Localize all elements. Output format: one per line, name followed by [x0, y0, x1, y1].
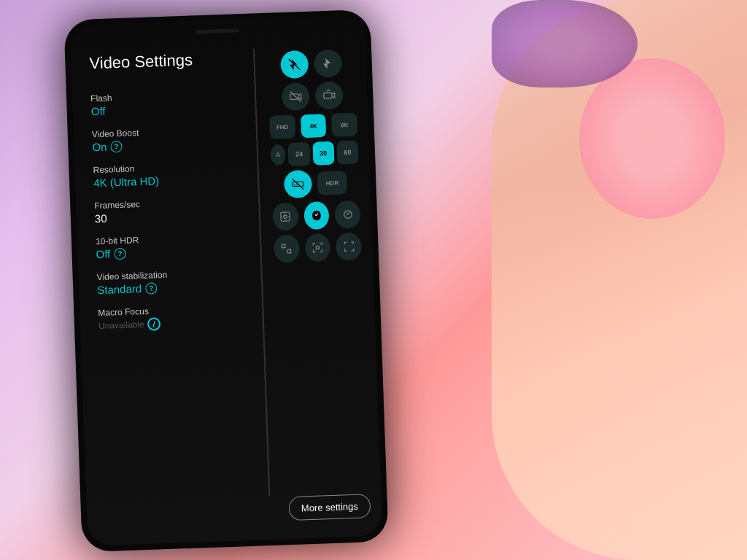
fps30-button[interactable]: 30: [312, 141, 334, 166]
svg-rect-1: [290, 94, 299, 100]
svg-rect-7: [281, 212, 290, 221]
macro-icon: [147, 317, 160, 331]
scene1-button[interactable]: [272, 203, 298, 231]
svg-rect-3: [324, 93, 333, 98]
fps24-button[interactable]: 24: [288, 142, 310, 166]
flash-icon-row: [267, 49, 355, 79]
phone-device: Video Settings Flash Off Video Boost On …: [63, 9, 388, 552]
flash-on-button[interactable]: [314, 49, 342, 77]
focus-icon-row: [274, 233, 362, 263]
settings-panel: Video Settings Flash Off Video Boost On …: [70, 15, 383, 546]
flash-off-button[interactable]: [280, 50, 309, 79]
scene3-button[interactable]: [335, 201, 361, 229]
more-settings-button[interactable]: More settings: [288, 494, 371, 521]
svg-text:HDR: HDR: [294, 184, 301, 187]
4k-button[interactable]: 4K: [301, 114, 327, 138]
stabilization-help-icon[interactable]: ?: [145, 282, 158, 295]
fps60-button[interactable]: 60: [336, 141, 358, 165]
svg-line-0: [289, 59, 301, 71]
video-flip-button[interactable]: [315, 81, 344, 109]
svg-line-2: [290, 91, 301, 103]
auto-fps-button[interactable]: A: [271, 144, 286, 166]
phone-screen: Video Settings Flash Off Video Boost On …: [70, 15, 383, 546]
scene-icon-row: [272, 201, 360, 231]
focus3-button[interactable]: [336, 233, 362, 261]
8k-button[interactable]: 8K: [331, 113, 357, 137]
hdr-on-icon-button[interactable]: HDR: [317, 171, 347, 195]
hdr-help-icon[interactable]: ?: [114, 247, 126, 260]
svg-point-12: [316, 246, 320, 249]
flowers-decoration: [492, 0, 638, 88]
fhd-button[interactable]: FHD: [269, 115, 295, 139]
fps-icon-row: A 24 30 60: [270, 141, 358, 167]
svg-point-8: [284, 215, 287, 219]
resolution-icon-row: FHD 4K 8K: [269, 113, 357, 139]
hdr-off-icon-button[interactable]: HDR: [284, 170, 312, 198]
focus2-button[interactable]: [305, 233, 331, 262]
scene2-button[interactable]: [303, 201, 330, 230]
hdr-icon-row: HDR HDR: [271, 168, 360, 199]
video-boost-help-icon[interactable]: ?: [110, 140, 123, 152]
svg-rect-10: [282, 244, 286, 248]
svg-rect-11: [287, 249, 291, 253]
icon-panel: FHD 4K 8K A 24 30 60: [263, 44, 365, 266]
focus1-button[interactable]: [274, 234, 300, 262]
video-mode-icon-row: [268, 81, 357, 112]
video-off-button[interactable]: [282, 82, 310, 111]
